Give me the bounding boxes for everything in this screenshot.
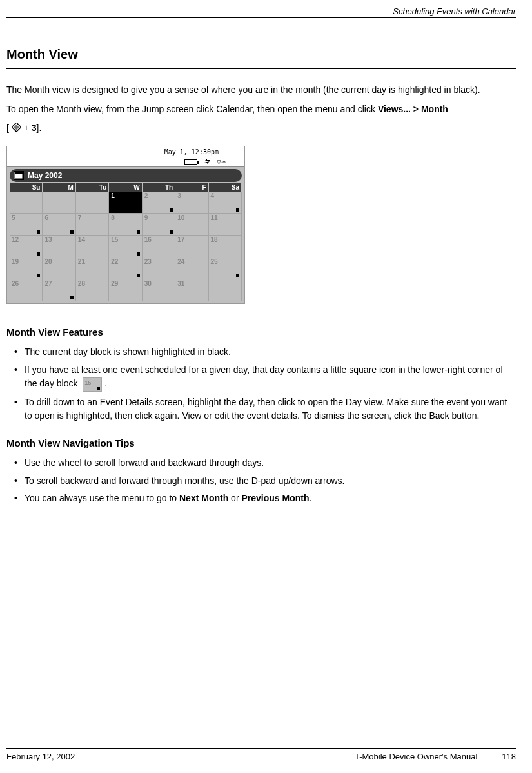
open-instruction: To open the Month view, from the Jump sc… xyxy=(6,103,516,115)
calendar-day-cell: 26 xyxy=(10,279,43,301)
calendar-day-cell: 20 xyxy=(43,257,75,279)
event-indicator-icon xyxy=(236,208,239,212)
day-number: 24 xyxy=(177,258,184,265)
day-number: 28 xyxy=(78,280,85,287)
tip-item: To scroll backward and forward through m… xyxy=(25,474,516,488)
page-title: Month View xyxy=(6,47,516,69)
calendar-day-cell: 24 xyxy=(175,257,208,279)
calendar-app-icon xyxy=(14,171,24,180)
event-indicator-icon xyxy=(37,274,40,277)
day-number: 19 xyxy=(12,258,19,265)
calendar-day-cell: 30 xyxy=(143,279,175,301)
calendar-day-cell: 10 xyxy=(175,214,208,236)
calendar-day-cell: 1 xyxy=(109,192,142,214)
calendar-day-cell: 2 xyxy=(143,192,175,214)
event-indicator-icon xyxy=(137,230,140,234)
calendar-day-cell: 12 xyxy=(10,236,43,257)
day-number: 21 xyxy=(78,258,85,265)
calendar-day-cell: 6 xyxy=(43,214,75,236)
signal-icon: ▽·››› xyxy=(217,159,226,165)
day-number: 3 xyxy=(177,192,181,199)
day-number: 9 xyxy=(144,214,148,221)
tips-heading: Month View Navigation Tips xyxy=(6,437,516,448)
day-number: 17 xyxy=(177,236,184,243)
section-header: Scheduling Events with Calendar xyxy=(6,6,516,18)
tip-item: You can always use the menu to go to Nex… xyxy=(25,492,516,506)
calendar-day-cell: 19 xyxy=(10,257,43,279)
bracket-close: ]. xyxy=(37,123,42,133)
shortcut-key: 3 xyxy=(32,123,37,133)
calendar-day-cell: 8 xyxy=(109,214,142,236)
features-list: The current day block is shown highlight… xyxy=(6,345,516,423)
calendar-day-cell: 13 xyxy=(43,236,75,257)
keyboard-shortcut: [ + 3]. xyxy=(6,123,516,134)
calendar-day-cell xyxy=(209,279,242,301)
event-indicator-icon xyxy=(37,230,40,234)
tip-item: Use the wheel to scroll forward and back… xyxy=(25,456,516,470)
event-indicator-icon xyxy=(137,208,140,212)
calendar-day-cell: 4 xyxy=(209,192,242,214)
day-number: 10 xyxy=(177,214,184,221)
footer-page-number: 118 xyxy=(502,752,516,761)
tip-text: You can always use the menu to go to xyxy=(25,493,179,503)
day-number: 18 xyxy=(211,236,218,243)
event-indicator-icon xyxy=(137,274,140,277)
next-month-label: Next Month xyxy=(179,493,228,503)
calendar-day-cell: 28 xyxy=(76,279,109,301)
calendar-day-cell: 27 xyxy=(43,279,75,301)
day-number: 13 xyxy=(44,236,52,243)
example-day-number: 15 xyxy=(84,379,91,388)
calendar-day-cell: 16 xyxy=(143,236,175,257)
day-number: 22 xyxy=(111,258,118,265)
calendar-month-label: May 2002 xyxy=(28,171,62,180)
calendar-day-cell: 22 xyxy=(109,257,142,279)
event-indicator-icon xyxy=(170,230,173,234)
page-footer: February 12, 2002 T-Mobile Device Owner'… xyxy=(6,748,516,761)
day-number: 16 xyxy=(144,236,152,243)
day-number: 30 xyxy=(144,280,152,287)
day-number: 29 xyxy=(111,280,118,287)
day-number: 15 xyxy=(111,236,118,243)
calendar-day-cell: 15 xyxy=(109,236,142,257)
event-indicator-icon xyxy=(70,230,74,234)
day-number: 5 xyxy=(12,214,15,221)
feature-item: If you have at least one event scheduled… xyxy=(25,363,516,392)
feature-item: To drill down to an Event Details screen… xyxy=(25,396,516,423)
event-indicator-icon xyxy=(170,208,173,212)
event-indicator-icon xyxy=(70,296,74,299)
device-iconrow: ▽·››› xyxy=(7,158,244,167)
calendar-grid: 1234567891011121314151617181920212223242… xyxy=(10,192,242,301)
calendar-day-cell: 18 xyxy=(209,236,242,257)
calendar-day-header: Tu xyxy=(76,183,109,192)
calendar-day-cell: 7 xyxy=(76,214,109,236)
day-number: 31 xyxy=(177,280,184,287)
calendar-day-header: M xyxy=(43,183,75,192)
calendar-day-cell: 23 xyxy=(143,257,175,279)
calendar-day-cell xyxy=(10,192,43,214)
day-number: 1 xyxy=(111,192,115,199)
event-dot-icon xyxy=(97,387,100,390)
sync-icon xyxy=(204,158,210,166)
calendar-header-row: SuMTuWThFSa xyxy=(10,183,242,192)
event-indicator-icon xyxy=(37,252,40,256)
calendar-day-cell xyxy=(76,192,109,214)
instruction-text: To open the Month view, from the Jump sc… xyxy=(6,104,378,114)
calendar-day-cell xyxy=(43,192,75,214)
tip-text: . xyxy=(309,493,311,503)
menu-path: Views... > Month xyxy=(378,104,448,114)
calendar-day-header: W xyxy=(109,183,142,192)
calendar-day-header: Su xyxy=(10,183,43,192)
day-number: 8 xyxy=(111,214,115,221)
day-number: 14 xyxy=(78,236,85,243)
day-number: 7 xyxy=(78,214,82,221)
previous-month-label: Previous Month xyxy=(241,493,309,503)
intro-paragraph: The Month view is designed to give you a… xyxy=(6,83,516,96)
footer-manual-title: T-Mobile Device Owner's Manual xyxy=(355,752,477,761)
menu-key-icon xyxy=(12,123,21,134)
calendar-day-cell: 3 xyxy=(175,192,208,214)
plus-text: + xyxy=(24,123,32,133)
calendar-day-cell: 14 xyxy=(76,236,109,257)
tip-text: or xyxy=(228,493,241,503)
feature-item: The current day block is shown highlight… xyxy=(25,345,516,359)
day-block-example-icon: 15 xyxy=(83,377,102,392)
